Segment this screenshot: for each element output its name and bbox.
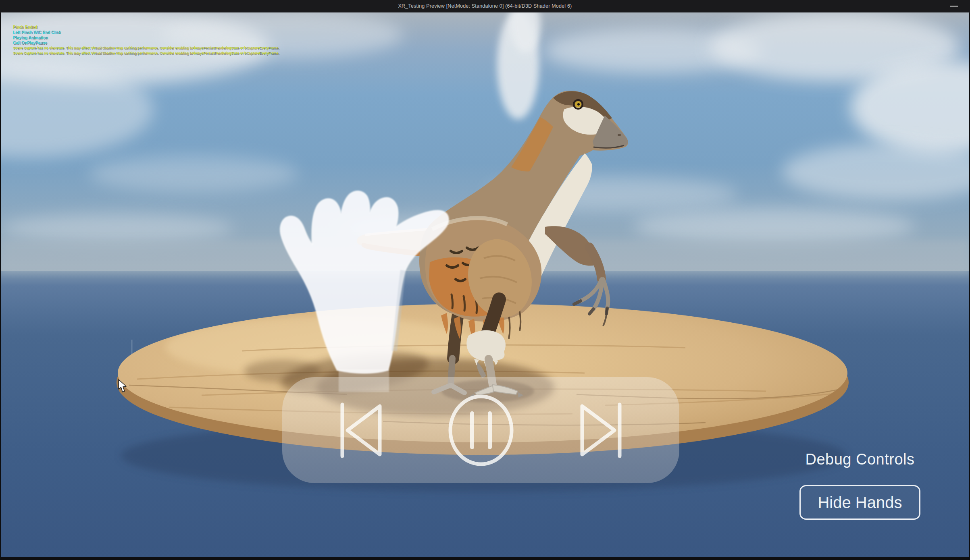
- previous-button[interactable]: [338, 402, 386, 458]
- debug-log-line: Pinch Ended: [13, 25, 279, 30]
- window-titlebar[interactable]: XR_Testing Preview [NetMode: Standalone …: [0, 0, 970, 12]
- debug-log-line: Call OnPlayPause: [13, 40, 279, 46]
- mouse-cursor-icon: [118, 379, 127, 393]
- debug-controls-title: Debug Controls: [805, 451, 914, 468]
- debug-log-line: Left Pinch WIC End Click: [13, 30, 279, 35]
- debug-log-line: Playing Animation: [13, 35, 279, 40]
- hide-hands-button[interactable]: Hide Hands: [799, 485, 920, 520]
- pause-circle-icon: [447, 394, 515, 467]
- window-title: XR_Testing Preview [NetMode: Standalone …: [398, 3, 572, 9]
- next-button[interactable]: [576, 402, 624, 458]
- debug-log-line: Scene Capture has no viewstate. This may…: [13, 46, 279, 51]
- playback-panel: [282, 377, 679, 483]
- debug-log: Pinch Ended Left Pinch WIC End Click Pla…: [13, 25, 279, 56]
- minimize-icon: [950, 6, 958, 7]
- skip-previous-icon: [338, 402, 386, 458]
- xr-preview-viewport: Pinch Ended Left Pinch WIC End Click Pla…: [1, 12, 969, 557]
- skip-next-icon: [576, 402, 624, 458]
- debug-controls-panel: Debug Controls Hide Hands: [788, 451, 932, 520]
- debug-log-line: Scene Capture has no viewstate. This may…: [13, 51, 279, 56]
- pause-button[interactable]: [447, 394, 515, 467]
- minimize-button[interactable]: [945, 0, 963, 12]
